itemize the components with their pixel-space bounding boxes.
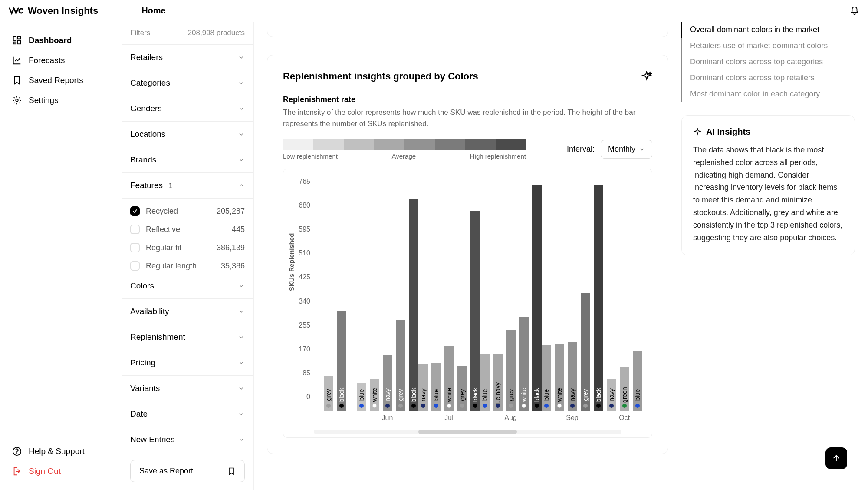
save-report-button[interactable]: Save as Report	[130, 460, 245, 482]
bar-white[interactable]: white	[444, 346, 454, 411]
bar-white[interactable]: white	[370, 379, 379, 411]
bar-white[interactable]: white	[519, 317, 529, 411]
filter-features[interactable]: Features 1	[122, 172, 253, 198]
filter-locations[interactable]: Locations	[122, 121, 253, 147]
app-header: Woven Insights Home	[0, 0, 868, 22]
svg-point-6	[17, 454, 17, 454]
bar-blue[interactable]: blue	[431, 363, 441, 411]
month-group: navy green blue Oct	[603, 351, 646, 411]
filter-date[interactable]: Date	[122, 401, 253, 427]
chart-subtitle: Replenishment rate	[283, 95, 652, 104]
bar-navy[interactable]: navy	[568, 342, 577, 411]
bar-navy[interactable]: navy	[418, 364, 428, 411]
bar-black[interactable]: black	[594, 185, 603, 411]
month-group: blue true navy grey white black Aug	[480, 185, 542, 411]
feature-regular-fit[interactable]: Regular fit 386,139	[130, 238, 245, 257]
svg-point-4	[16, 99, 18, 102]
color-dot	[622, 404, 627, 408]
toc-item[interactable]: Retailers use of market dominant colors	[681, 38, 855, 54]
bar-blue[interactable]: blue	[542, 345, 551, 411]
feature-recycled[interactable]: Recycled 205,287	[130, 202, 245, 220]
bar-black[interactable]: black	[532, 185, 542, 411]
filter-variants[interactable]: Variants	[122, 375, 253, 401]
bar-grey[interactable]: grey	[506, 330, 516, 411]
toc-item[interactable]: Dominant colors across top retailers	[681, 70, 855, 86]
filter-retailers[interactable]: Retailers	[122, 44, 253, 70]
checkbox[interactable]	[130, 206, 140, 216]
color-dot	[460, 404, 464, 408]
toc-item[interactable]: Most dominant color in each category ...	[681, 86, 855, 102]
checkbox[interactable]	[130, 225, 140, 234]
filter-colors[interactable]: Colors	[122, 273, 253, 298]
features-list[interactable]: Recycled 205,287 Reflective 445 Regular …	[122, 198, 253, 273]
bar-blue[interactable]: blue	[480, 354, 490, 411]
app-logo[interactable]: Woven Insights	[9, 5, 98, 17]
gear-icon	[12, 96, 22, 105]
color-dot	[496, 404, 500, 408]
previous-card-tail	[267, 22, 668, 37]
chart-scrollbar[interactable]	[314, 430, 621, 434]
bar-green[interactable]: green	[620, 367, 629, 411]
scroll-top-button[interactable]	[825, 447, 847, 469]
filter-brands[interactable]: Brands	[122, 147, 253, 172]
filter-replenishment[interactable]: Replenishment	[122, 324, 253, 350]
color-dot	[635, 404, 640, 408]
logo-text: Woven Insights	[28, 5, 98, 17]
replenishment-card: Replenishment insights grouped by Colors…	[267, 55, 668, 454]
chevron-down-icon	[238, 411, 245, 417]
ai-insights-text: The data shows that black is the most re…	[693, 144, 843, 244]
nav-help-support[interactable]: Help & Support	[9, 441, 112, 461]
chart-container: SKUs Replenished 76568059551042534025517…	[283, 169, 652, 438]
chevron-down-icon	[238, 105, 245, 112]
filters-panel: Filters 208,998 products RetailersCatego…	[122, 22, 254, 490]
filter-pricing[interactable]: Pricing	[122, 350, 253, 375]
bar-true navy[interactable]: true navy	[493, 354, 503, 411]
chart-plot[interactable]: grey black blue white navy grey black J	[314, 175, 646, 427]
filter-new-entries[interactable]: New Entries	[122, 427, 253, 452]
bar-navy[interactable]: navy	[607, 379, 616, 411]
nav-forecasts[interactable]: Forecasts	[9, 50, 112, 70]
interval-select[interactable]: Monthly	[601, 140, 652, 159]
svg-rect-0	[13, 37, 16, 40]
bar-black[interactable]: black	[470, 211, 480, 411]
nav-sign-out[interactable]: Sign Out	[9, 461, 112, 481]
chevron-down-icon	[238, 436, 245, 443]
bar-grey[interactable]: grey	[581, 293, 590, 411]
color-dot	[359, 404, 364, 408]
filter-availability[interactable]: Availability	[122, 298, 253, 324]
bar-black[interactable]: black	[337, 311, 346, 411]
bar-black[interactable]: black	[409, 199, 418, 411]
color-dot	[339, 404, 344, 408]
feature-regular-length[interactable]: Regular length 35,386	[130, 257, 245, 273]
feature-reflective[interactable]: Reflective 445	[130, 220, 245, 238]
filter-genders[interactable]: Genders	[122, 96, 253, 121]
svg-rect-1	[18, 37, 20, 39]
chevron-down-icon	[238, 156, 245, 163]
filter-categories[interactable]: Categories	[122, 70, 253, 96]
checkbox[interactable]	[130, 243, 140, 252]
sparkle-icon	[693, 128, 702, 136]
checkbox[interactable]	[130, 261, 140, 271]
nav-settings[interactable]: Settings	[9, 90, 112, 110]
bar-grey[interactable]: grey	[396, 320, 405, 411]
bar-grey[interactable]: grey	[324, 376, 333, 411]
color-dot	[522, 404, 526, 408]
nav-saved-reports[interactable]: Saved Reports	[9, 70, 112, 90]
color-dot	[544, 404, 549, 408]
bar-blue[interactable]: blue	[633, 351, 642, 411]
toc-item[interactable]: Dominant colors across top categories	[681, 54, 855, 70]
nav-dashboard[interactable]: Dashboard	[9, 30, 112, 50]
month-group: blue white navy grey black Jun	[357, 199, 418, 411]
bar-blue[interactable]: blue	[357, 383, 366, 411]
color-dot	[509, 404, 513, 408]
bar-grey[interactable]: grey	[457, 366, 467, 411]
sparkle-icon[interactable]	[641, 71, 652, 82]
month-group: grey black	[314, 311, 357, 411]
bell-icon[interactable]	[850, 6, 859, 16]
toc-item[interactable]: Overall dominant colors in the market	[681, 22, 855, 38]
bar-white[interactable]: white	[555, 344, 564, 411]
bar-navy[interactable]: navy	[383, 355, 392, 411]
svg-rect-3	[13, 42, 16, 44]
filters-count: 208,998 products	[188, 29, 245, 37]
color-dot	[570, 404, 575, 408]
